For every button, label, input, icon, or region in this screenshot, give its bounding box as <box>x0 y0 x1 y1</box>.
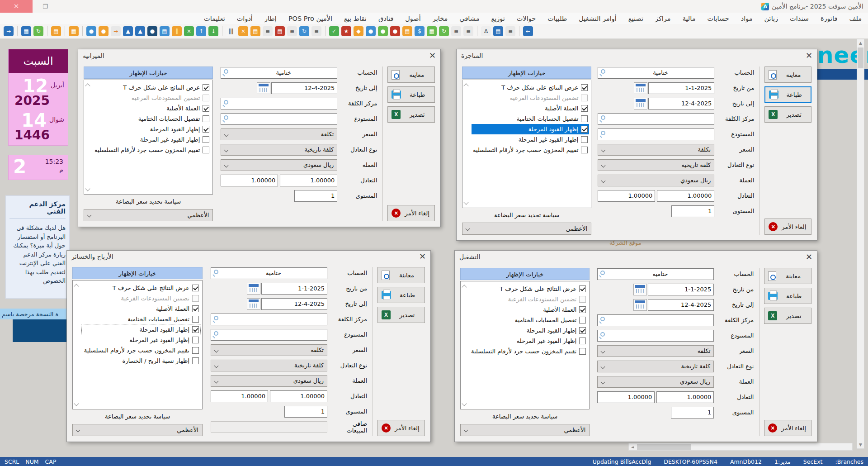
toolbar-star-doc-icon[interactable]: ★ <box>341 26 351 36</box>
select-input[interactable]: ريال سعودي <box>598 175 714 186</box>
vertical-scrollbar[interactable]: ▲ ▼ <box>857 39 864 449</box>
menu-item[interactable]: إطار <box>264 15 277 22</box>
checkbox[interactable] <box>203 84 209 91</box>
parity-input[interactable] <box>597 391 655 403</box>
option-row[interactable]: إظهار القيود المرحلة <box>93 124 211 134</box>
menu-item[interactable]: مخابر <box>433 15 448 22</box>
option-row[interactable]: تقييم المخزون حسب جرد لأرقام التسلسلية <box>93 145 211 155</box>
option-row[interactable]: عرض النتائج على شكل حرف T <box>470 284 587 294</box>
calendar-icon[interactable] <box>634 82 647 94</box>
parity-input[interactable] <box>280 175 337 186</box>
cancel-button[interactable]: ×إلغاء الأمر <box>764 219 811 235</box>
search-input[interactable] <box>211 329 327 341</box>
checkbox[interactable] <box>203 147 209 153</box>
menu-item[interactable]: تعليمات <box>204 15 225 22</box>
search-icon[interactable] <box>600 332 605 337</box>
toolbar-import-doc-icon[interactable]: → <box>4 26 14 36</box>
option-row[interactable]: إظهار القيود المرحلة <box>472 124 589 134</box>
option-row[interactable]: تقييم المخزون حسب جرد لأرقام التسلسلية <box>82 345 200 356</box>
toolbar-schedule-icon[interactable]: ▦ <box>427 26 437 36</box>
select-input[interactable]: ريال سعودي <box>221 159 337 171</box>
checkbox[interactable] <box>579 317 586 323</box>
horizontal-scrollbar[interactable]: ◄ <box>628 443 853 451</box>
date-input[interactable] <box>261 283 327 295</box>
toolbar-user-orange-icon[interactable]: ● <box>99 26 108 36</box>
toolbar-refresh-icon[interactable]: ↻ <box>33 26 43 36</box>
option-row[interactable]: تفصيل الحسابات الختامية <box>82 314 200 324</box>
toolbar-download-icon[interactable]: ↓ <box>208 26 218 36</box>
toolbar-scales-icon[interactable]: Δ <box>481 26 491 36</box>
toolbar-upload-icon[interactable]: ↑ <box>196 26 206 36</box>
toolbar-usb-orange-icon[interactable]: ‖ <box>172 26 182 36</box>
search-icon[interactable] <box>601 115 605 120</box>
select-input[interactable]: كلفة تاريخية <box>211 360 327 371</box>
date-input[interactable] <box>648 98 714 109</box>
scrollbar-thumb[interactable] <box>858 48 863 68</box>
close-icon[interactable]: ✕ <box>806 52 812 60</box>
select-input[interactable]: كلفة تاريخية <box>221 144 337 156</box>
select-input[interactable]: تكلفة <box>211 344 327 356</box>
option-row[interactable]: إظهار القيود غير المرحلة <box>82 335 200 345</box>
scroll-down-icon[interactable] <box>74 402 79 406</box>
checkbox[interactable] <box>192 357 199 364</box>
price-policy-select[interactable]: الأعظمي <box>462 223 591 235</box>
preview-button[interactable]: معاينة <box>764 67 811 83</box>
menu-item[interactable]: حوالات <box>517 15 536 22</box>
select-input[interactable]: تكلفة <box>221 128 337 140</box>
option-row[interactable]: العملة الأصلية <box>82 304 200 314</box>
scroll-up-icon[interactable] <box>74 283 79 288</box>
window-restore-button[interactable]: ❐ <box>33 0 58 13</box>
select-input[interactable]: تكلفة <box>598 144 714 156</box>
level-input[interactable] <box>671 407 714 418</box>
calendar-icon[interactable] <box>247 283 260 295</box>
menu-item[interactable]: سندات <box>790 15 809 22</box>
menu-item[interactable]: طلبيات <box>547 15 567 22</box>
option-row[interactable]: إظهار القيود غير المرحلة <box>470 336 587 346</box>
toolbar-folder-2-icon[interactable]: ▤ <box>402 26 412 36</box>
toolbar-usb-green-icon[interactable]: × <box>184 26 194 36</box>
option-row[interactable]: تقييم المخزون حسب جرد لأرقام التسلسلية <box>472 145 589 155</box>
option-row[interactable]: عرض النتائج على شكل حرف T <box>472 82 589 93</box>
date-input[interactable] <box>271 82 337 94</box>
close-icon[interactable]: ✕ <box>419 252 426 261</box>
search-input[interactable] <box>598 113 714 125</box>
preview-button[interactable]: معاينة <box>387 67 435 83</box>
checkbox[interactable] <box>192 316 199 323</box>
select-input[interactable]: ريال سعودي <box>597 376 714 388</box>
checkbox[interactable] <box>203 105 209 112</box>
window-close-button[interactable]: ✕ <box>0 0 33 13</box>
date-input[interactable] <box>648 82 714 94</box>
checkbox[interactable] <box>192 285 199 291</box>
export-button[interactable]: Xتصدير <box>387 106 435 123</box>
search-icon[interactable] <box>601 69 605 74</box>
search-input[interactable] <box>211 267 327 279</box>
option-row[interactable]: إظهار القيود المرحلة <box>470 325 587 336</box>
search-icon[interactable] <box>600 317 605 321</box>
close-icon[interactable]: ✕ <box>429 52 436 60</box>
checkbox[interactable] <box>579 285 586 292</box>
parity-input[interactable] <box>211 390 268 402</box>
toolbar-calendar-sync-icon[interactable]: ↻ <box>439 26 449 36</box>
select-input[interactable]: ريال سعودي <box>211 375 327 387</box>
toolbar-box-orange-icon[interactable]: ◆ <box>354 26 363 36</box>
checkbox[interactable] <box>581 95 588 101</box>
cancel-button[interactable]: ×إلغاء الأمر <box>764 420 811 436</box>
checkbox[interactable] <box>192 337 199 343</box>
checkbox[interactable] <box>581 147 588 153</box>
scroll-up-icon[interactable] <box>464 83 468 87</box>
scroll-down-icon[interactable] <box>85 187 90 191</box>
parity-input[interactable] <box>598 190 655 202</box>
search-input[interactable] <box>597 268 714 280</box>
export-button[interactable]: Xتصدير <box>764 308 811 324</box>
option-row[interactable]: تضمين المستودعات الفرعية <box>472 93 589 103</box>
window-minimize-button[interactable]: — <box>58 0 83 13</box>
menu-item[interactable]: الأمين POS Pro <box>288 15 332 22</box>
calendar-icon[interactable] <box>633 299 647 311</box>
search-input[interactable] <box>221 98 337 109</box>
print-button[interactable]: طباعة <box>377 287 425 303</box>
checkbox[interactable] <box>579 306 586 313</box>
toolbar-barcode-icon[interactable]: ‖‖ <box>226 26 236 36</box>
toolbar-doc-pin-icon[interactable]: ≡ <box>287 26 297 36</box>
export-button[interactable]: Xتصدير <box>377 307 425 323</box>
level-input[interactable] <box>671 205 714 217</box>
